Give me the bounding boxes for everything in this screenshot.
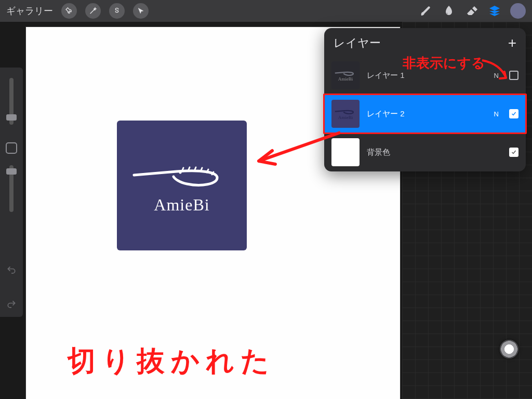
transform-button[interactable] — [133, 3, 149, 19]
layer-blend-mode[interactable]: N — [494, 110, 499, 118]
opacity-handle[interactable] — [6, 168, 17, 175]
layer-thumbnail — [331, 138, 360, 166]
brush-tool[interactable] — [415, 0, 437, 22]
opacity-slider[interactable] — [9, 165, 14, 212]
layer-name: レイヤー 2 — [367, 109, 487, 119]
layer-row[interactable]: AmieBi レイヤー 2 N — [324, 95, 526, 133]
actions-button[interactable] — [61, 3, 77, 19]
arrow-icon — [137, 7, 145, 15]
quick-menu-button[interactable] — [500, 340, 518, 358]
layer-row[interactable]: 背景色 — [324, 133, 526, 171]
left-sidebar — [0, 68, 23, 317]
top-toolbar: ギャラリー — [0, 0, 532, 22]
eraser-tool[interactable] — [460, 0, 483, 22]
layers-panel: レイヤー + AmieBi レイヤー 1 N AmieBi レイヤー — [324, 28, 526, 171]
adjustments-button[interactable] — [85, 3, 101, 19]
layer-visibility-checkbox[interactable] — [509, 148, 518, 157]
redo-button[interactable] — [0, 295, 23, 314]
svg-point-0 — [179, 171, 182, 174]
annotation-hide-text: 非表示にする — [403, 54, 485, 72]
layer-thumbnail: AmieBi — [331, 100, 360, 128]
layer-name: 背景色 — [367, 148, 491, 157]
layers-panel-title: レイヤー — [334, 35, 381, 51]
modify-button[interactable] — [6, 142, 17, 154]
undo-button[interactable] — [0, 261, 23, 280]
wrench-icon — [65, 7, 73, 15]
select-s-icon — [113, 7, 121, 15]
layer-blend-mode[interactable]: N — [494, 72, 499, 79]
layer-visibility-checkbox[interactable] — [509, 71, 518, 80]
annotation-cutout-text: 切り抜かれた — [68, 342, 275, 380]
selection-button[interactable] — [109, 3, 125, 19]
shrimp-drawing-icon — [130, 157, 234, 193]
redo-icon — [6, 299, 17, 310]
gallery-button[interactable]: ギャラリー — [6, 5, 53, 17]
layers-icon — [488, 5, 501, 17]
brush-size-handle[interactable] — [6, 114, 17, 121]
layer-thumbnail: AmieBi — [331, 61, 360, 89]
brush-icon — [420, 5, 432, 17]
smudge-tool[interactable] — [437, 0, 460, 22]
check-icon — [511, 111, 517, 117]
logo-artwork: AmieBi — [117, 121, 247, 250]
brush-size-slider[interactable] — [9, 78, 14, 125]
wand-icon — [89, 7, 97, 15]
logo-text: AmieBi — [154, 195, 209, 215]
check-icon — [511, 149, 517, 155]
color-picker-button[interactable] — [510, 3, 526, 19]
layers-tool[interactable] — [483, 0, 506, 22]
smudge-icon — [443, 5, 455, 17]
layer-visibility-checkbox[interactable] — [509, 109, 518, 118]
undo-icon — [6, 265, 17, 275]
add-layer-button[interactable]: + — [508, 37, 516, 49]
eraser-icon — [466, 5, 478, 17]
